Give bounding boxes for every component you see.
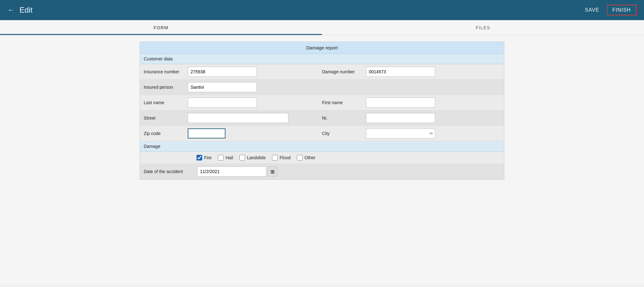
- city-group: City ✏: [322, 128, 500, 138]
- hail-checkbox[interactable]: [218, 155, 224, 160]
- insurance-number-group: Insurance number: [144, 67, 322, 77]
- edit-icon: ✏: [430, 131, 433, 136]
- back-button[interactable]: ←: [8, 6, 14, 14]
- checkbox-fire[interactable]: Fire: [197, 155, 212, 160]
- accident-date-label: Date of the accident: [144, 169, 197, 174]
- header-actions: SAVE FINISH: [585, 5, 636, 15]
- nr-group: Nr.: [322, 113, 500, 123]
- other-label: Other: [304, 155, 315, 160]
- zip-city-row: Zip code City ✏: [140, 126, 504, 141]
- street-input[interactable]: [188, 113, 288, 123]
- calendar-button[interactable]: ⊞: [268, 166, 277, 177]
- form-container: Damage report Customer data Insurance nu…: [140, 42, 504, 180]
- tab-files[interactable]: FILES: [322, 20, 644, 35]
- damage-number-input[interactable]: [366, 67, 435, 77]
- customer-data-header: Customer data: [140, 54, 504, 64]
- hail-label: Hail: [225, 155, 233, 160]
- tab-form[interactable]: FORM: [0, 20, 322, 35]
- name-row: Last name First name: [140, 95, 504, 110]
- checkbox-other[interactable]: Other: [297, 155, 315, 160]
- first-name-group: First name: [322, 98, 500, 108]
- last-name-input[interactable]: [188, 98, 257, 108]
- city-input-wrap: ✏: [366, 128, 435, 138]
- last-name-group: Last name: [144, 98, 322, 108]
- section-title: Damage report: [140, 42, 504, 54]
- insurance-damage-row: Insurance number Damage number: [140, 64, 504, 80]
- tab-bar: FORM FILES: [0, 20, 644, 35]
- checkbox-flood[interactable]: Flood: [272, 155, 291, 160]
- main-content: Damage report Customer data Insurance nu…: [0, 35, 644, 284]
- insured-person-row: Insured person: [140, 80, 504, 95]
- damage-number-group: Damage number: [322, 67, 500, 77]
- street-label: Street: [144, 115, 188, 121]
- save-button[interactable]: SAVE: [585, 7, 599, 13]
- first-name-label: First name: [322, 100, 366, 105]
- nr-input[interactable]: [366, 113, 435, 123]
- fire-checkbox[interactable]: [197, 155, 202, 160]
- app-header: ← Edit SAVE FINISH: [0, 0, 644, 20]
- flood-label: Flood: [280, 155, 291, 160]
- landslide-checkbox[interactable]: [239, 155, 245, 160]
- street-group: Street: [144, 113, 322, 123]
- zip-group: Zip code: [144, 128, 322, 138]
- checkbox-hail[interactable]: Hail: [218, 155, 233, 160]
- page-title: Edit: [19, 6, 585, 14]
- damage-number-label: Damage number: [322, 69, 366, 74]
- city-label: City: [322, 131, 366, 136]
- damage-type-checkboxes: Fire Hail Landslide Flood Other: [140, 152, 504, 164]
- zip-code-input[interactable]: [188, 128, 225, 138]
- damage-header: Damage: [140, 141, 504, 152]
- fire-label: Fire: [204, 155, 212, 160]
- first-name-input[interactable]: [366, 98, 435, 108]
- accident-date-input[interactable]: [197, 166, 266, 177]
- nr-label: Nr.: [322, 115, 366, 121]
- other-checkbox[interactable]: [297, 155, 303, 160]
- flood-checkbox[interactable]: [272, 155, 278, 160]
- accident-date-row: Date of the accident ⊞: [140, 164, 504, 179]
- insured-person-label: Insured person: [144, 85, 188, 90]
- zip-code-label: Zip code: [144, 131, 188, 136]
- insured-person-group: Insured person: [144, 82, 500, 92]
- street-row: Street Nr.: [140, 110, 504, 126]
- insurance-number-label: Insurance number: [144, 69, 188, 74]
- last-name-label: Last name: [144, 100, 188, 105]
- finish-button[interactable]: FINISH: [607, 5, 636, 15]
- checkbox-landslide[interactable]: Landslide: [239, 155, 266, 160]
- city-input[interactable]: [366, 128, 435, 138]
- landslide-label: Landslide: [247, 155, 266, 160]
- insured-person-input[interactable]: [188, 82, 257, 92]
- insurance-number-input[interactable]: [188, 67, 257, 77]
